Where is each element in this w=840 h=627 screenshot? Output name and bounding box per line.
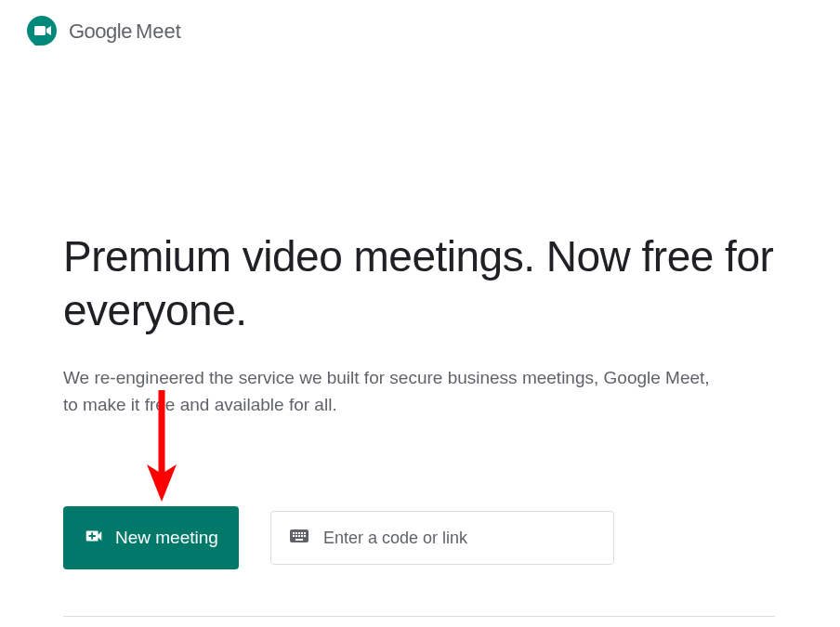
page-subtext: We re-engineered the service we built fo… xyxy=(63,365,714,418)
divider xyxy=(63,616,775,617)
action-row: New meeting xyxy=(63,506,777,569)
page-headline: Premium video meetings. Now free for eve… xyxy=(63,230,777,337)
main-content: Premium video meetings. Now free for eve… xyxy=(0,63,840,617)
logo-meet-text: Meet xyxy=(136,20,181,44)
code-input-container[interactable] xyxy=(270,511,614,565)
logo-text: Google Meet xyxy=(69,20,181,44)
new-meeting-button[interactable]: New meeting xyxy=(63,506,239,569)
keyboard-icon xyxy=(288,525,310,551)
header: Google Meet xyxy=(0,0,840,63)
logo-google-text: Google xyxy=(69,20,132,44)
svg-rect-1 xyxy=(34,26,46,35)
code-input[interactable] xyxy=(323,529,597,548)
new-meeting-label: New meeting xyxy=(115,528,218,548)
video-plus-icon xyxy=(84,526,104,551)
meet-logo-icon xyxy=(26,15,59,48)
